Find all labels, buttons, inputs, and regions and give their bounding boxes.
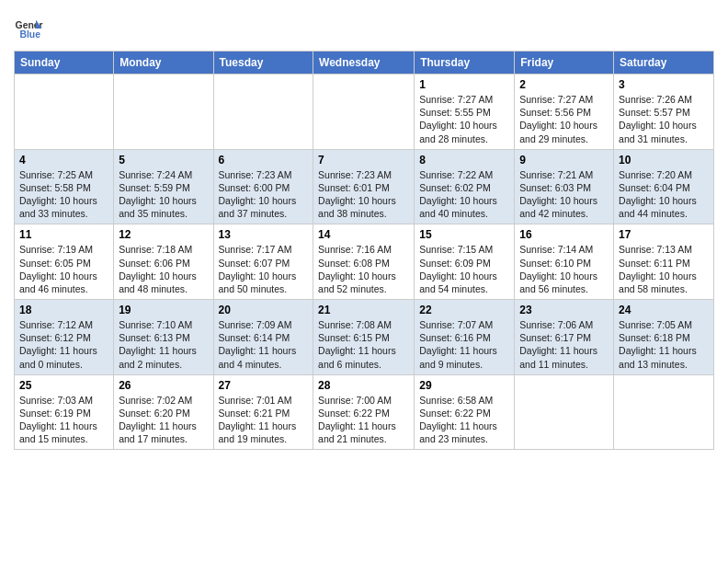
calendar-cell: 2Sunrise: 7:27 AMSunset: 5:56 PMDaylight… bbox=[515, 75, 614, 150]
day-number: 9 bbox=[519, 154, 609, 167]
day-content: Sunrise: 7:08 AMSunset: 6:15 PMDaylight:… bbox=[318, 318, 409, 371]
calendar-cell: 23Sunrise: 7:06 AMSunset: 6:17 PMDayligh… bbox=[515, 300, 614, 375]
day-number: 10 bbox=[619, 154, 709, 167]
week-row-4: 25Sunrise: 7:03 AMSunset: 6:19 PMDayligh… bbox=[15, 374, 714, 450]
calendar-cell: 16Sunrise: 7:14 AMSunset: 6:10 PMDayligh… bbox=[515, 224, 614, 300]
calendar-cell: 3Sunrise: 7:26 AMSunset: 5:57 PMDaylight… bbox=[614, 75, 714, 150]
calendar-cell: 7Sunrise: 7:23 AMSunset: 6:01 PMDaylight… bbox=[313, 149, 415, 224]
day-number: 17 bbox=[619, 228, 709, 241]
day-number: 26 bbox=[119, 379, 208, 392]
day-number: 1 bbox=[419, 78, 509, 91]
calendar-cell: 27Sunrise: 7:01 AMSunset: 6:21 PMDayligh… bbox=[213, 374, 313, 450]
day-content: Sunrise: 7:19 AMSunset: 6:05 PMDaylight:… bbox=[19, 243, 108, 295]
day-number: 2 bbox=[519, 78, 609, 91]
day-content: Sunrise: 7:23 AMSunset: 6:00 PMDaylight:… bbox=[219, 168, 309, 221]
calendar-cell: 5Sunrise: 7:24 AMSunset: 5:59 PMDaylight… bbox=[114, 149, 213, 224]
day-number: 18 bbox=[19, 304, 108, 316]
calendar-cell: 1Sunrise: 7:27 AMSunset: 5:55 PMDaylight… bbox=[415, 75, 515, 150]
day-number: 3 bbox=[619, 78, 709, 91]
day-number: 28 bbox=[318, 379, 409, 392]
calendar-cell bbox=[114, 75, 213, 150]
header-row: SundayMondayTuesdayWednesdayThursdayFrid… bbox=[15, 52, 714, 75]
day-number: 15 bbox=[419, 228, 509, 241]
day-content: Sunrise: 7:25 AMSunset: 5:58 PMDaylight:… bbox=[19, 168, 108, 221]
calendar-cell bbox=[15, 75, 114, 150]
calendar-cell: 25Sunrise: 7:03 AMSunset: 6:19 PMDayligh… bbox=[15, 374, 114, 450]
calendar-cell: 19Sunrise: 7:10 AMSunset: 6:13 PMDayligh… bbox=[114, 300, 213, 375]
day-content: Sunrise: 7:07 AMSunset: 6:16 PMDaylight:… bbox=[419, 318, 509, 371]
day-number: 22 bbox=[419, 304, 509, 316]
calendar-cell: 28Sunrise: 7:00 AMSunset: 6:22 PMDayligh… bbox=[313, 374, 415, 450]
day-content: Sunrise: 7:06 AMSunset: 6:17 PMDaylight:… bbox=[519, 318, 609, 371]
day-number: 25 bbox=[19, 379, 108, 392]
calendar-table: SundayMondayTuesdayWednesdayThursdayFrid… bbox=[14, 51, 714, 450]
day-content: Sunrise: 7:17 AMSunset: 6:07 PMDaylight:… bbox=[219, 243, 309, 295]
day-number: 24 bbox=[619, 304, 709, 316]
day-number: 27 bbox=[219, 379, 309, 392]
logo-icon: General Blue bbox=[14, 14, 43, 43]
calendar-cell: 10Sunrise: 7:20 AMSunset: 6:04 PMDayligh… bbox=[614, 149, 714, 224]
calendar-cell bbox=[213, 75, 313, 150]
day-number: 6 bbox=[219, 154, 309, 167]
day-content: Sunrise: 7:27 AMSunset: 5:55 PMDaylight:… bbox=[419, 93, 509, 145]
day-content: Sunrise: 7:20 AMSunset: 6:04 PMDaylight:… bbox=[619, 168, 709, 221]
calendar-cell: 21Sunrise: 7:08 AMSunset: 6:15 PMDayligh… bbox=[313, 300, 415, 375]
calendar-cell: 11Sunrise: 7:19 AMSunset: 6:05 PMDayligh… bbox=[15, 224, 114, 300]
day-content: Sunrise: 7:13 AMSunset: 6:11 PMDaylight:… bbox=[619, 243, 709, 295]
calendar-cell: 29Sunrise: 6:58 AMSunset: 6:22 PMDayligh… bbox=[415, 374, 515, 450]
calendar-cell bbox=[313, 75, 415, 150]
calendar-cell bbox=[614, 374, 714, 450]
day-number: 20 bbox=[219, 304, 309, 316]
day-content: Sunrise: 7:18 AMSunset: 6:06 PMDaylight:… bbox=[119, 243, 208, 295]
calendar-cell: 13Sunrise: 7:17 AMSunset: 6:07 PMDayligh… bbox=[213, 224, 313, 300]
day-number: 5 bbox=[119, 154, 208, 167]
day-number: 23 bbox=[519, 304, 609, 316]
calendar-cell bbox=[515, 374, 614, 450]
day-content: Sunrise: 7:21 AMSunset: 6:03 PMDaylight:… bbox=[519, 168, 609, 221]
day-number: 14 bbox=[318, 228, 409, 241]
day-content: Sunrise: 6:58 AMSunset: 6:22 PMDaylight:… bbox=[419, 394, 509, 446]
day-content: Sunrise: 7:02 AMSunset: 6:20 PMDaylight:… bbox=[119, 394, 208, 446]
day-content: Sunrise: 7:00 AMSunset: 6:22 PMDaylight:… bbox=[318, 394, 409, 446]
day-content: Sunrise: 7:05 AMSunset: 6:18 PMDaylight:… bbox=[619, 318, 709, 371]
day-number: 21 bbox=[318, 304, 409, 316]
week-row-3: 18Sunrise: 7:12 AMSunset: 6:12 PMDayligh… bbox=[15, 300, 714, 375]
day-content: Sunrise: 7:16 AMSunset: 6:08 PMDaylight:… bbox=[318, 243, 409, 295]
header-wednesday: Wednesday bbox=[313, 52, 415, 75]
day-number: 11 bbox=[19, 228, 108, 241]
day-number: 7 bbox=[318, 154, 409, 167]
calendar-cell: 12Sunrise: 7:18 AMSunset: 6:06 PMDayligh… bbox=[114, 224, 213, 300]
calendar-cell: 14Sunrise: 7:16 AMSunset: 6:08 PMDayligh… bbox=[313, 224, 415, 300]
calendar-cell: 4Sunrise: 7:25 AMSunset: 5:58 PMDaylight… bbox=[15, 149, 114, 224]
day-number: 12 bbox=[119, 228, 208, 241]
calendar-cell: 18Sunrise: 7:12 AMSunset: 6:12 PMDayligh… bbox=[15, 300, 114, 375]
day-content: Sunrise: 7:15 AMSunset: 6:09 PMDaylight:… bbox=[419, 243, 509, 295]
day-content: Sunrise: 7:26 AMSunset: 5:57 PMDaylight:… bbox=[619, 93, 709, 145]
calendar-cell: 6Sunrise: 7:23 AMSunset: 6:00 PMDaylight… bbox=[213, 149, 313, 224]
calendar-cell: 15Sunrise: 7:15 AMSunset: 6:09 PMDayligh… bbox=[415, 224, 515, 300]
day-number: 19 bbox=[119, 304, 208, 316]
day-number: 16 bbox=[519, 228, 609, 241]
day-content: Sunrise: 7:22 AMSunset: 6:02 PMDaylight:… bbox=[419, 168, 509, 221]
calendar-cell: 22Sunrise: 7:07 AMSunset: 6:16 PMDayligh… bbox=[415, 300, 515, 375]
calendar-cell: 9Sunrise: 7:21 AMSunset: 6:03 PMDaylight… bbox=[515, 149, 614, 224]
week-row-0: 1Sunrise: 7:27 AMSunset: 5:55 PMDaylight… bbox=[15, 75, 714, 150]
week-row-2: 11Sunrise: 7:19 AMSunset: 6:05 PMDayligh… bbox=[15, 224, 714, 300]
day-content: Sunrise: 7:27 AMSunset: 5:56 PMDaylight:… bbox=[519, 93, 609, 145]
calendar-cell: 8Sunrise: 7:22 AMSunset: 6:02 PMDaylight… bbox=[415, 149, 515, 224]
day-content: Sunrise: 7:03 AMSunset: 6:19 PMDaylight:… bbox=[19, 394, 108, 446]
page-header: General Blue bbox=[14, 9, 714, 43]
day-number: 8 bbox=[419, 154, 509, 167]
header-thursday: Thursday bbox=[415, 52, 515, 75]
header-saturday: Saturday bbox=[614, 52, 714, 75]
day-content: Sunrise: 7:12 AMSunset: 6:12 PMDaylight:… bbox=[19, 318, 108, 371]
header-sunday: Sunday bbox=[15, 52, 114, 75]
day-content: Sunrise: 7:10 AMSunset: 6:13 PMDaylight:… bbox=[119, 318, 208, 371]
header-friday: Friday bbox=[515, 52, 614, 75]
logo: General Blue bbox=[14, 14, 45, 43]
day-content: Sunrise: 7:01 AMSunset: 6:21 PMDaylight:… bbox=[219, 394, 309, 446]
day-content: Sunrise: 7:24 AMSunset: 5:59 PMDaylight:… bbox=[119, 168, 208, 221]
calendar-cell: 17Sunrise: 7:13 AMSunset: 6:11 PMDayligh… bbox=[614, 224, 714, 300]
day-content: Sunrise: 7:14 AMSunset: 6:10 PMDaylight:… bbox=[519, 243, 609, 295]
day-number: 29 bbox=[419, 379, 509, 392]
